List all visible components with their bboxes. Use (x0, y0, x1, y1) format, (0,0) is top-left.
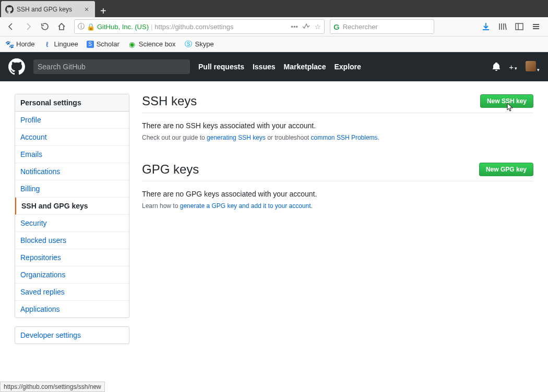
skype-icon: Ⓢ (184, 40, 193, 48)
new-tab-button[interactable]: + (95, 5, 112, 17)
menu-header: Personal settings (15, 94, 129, 112)
url-more-icon[interactable]: ••• (291, 23, 298, 31)
nav-issues[interactable]: Issues (253, 63, 276, 71)
ssh-empty-message: There are no SSH keys associated with yo… (142, 121, 533, 130)
lock-icon: 🔒 (87, 23, 95, 31)
github-search-input[interactable] (33, 59, 190, 74)
browser-tab[interactable]: SSH and GPG keys × (1, 1, 95, 17)
gpg-note: Learn how to generate a GPG key and add … (142, 202, 533, 210)
gpg-keys-section: GPG keys New GPG key There are no GPG ke… (142, 162, 533, 210)
horde-icon: 🐾 (5, 40, 14, 48)
menu-icon[interactable] (531, 22, 541, 31)
scholar-icon: S (87, 41, 94, 48)
github-header: Pull requests Issues Marketplace Explore… (0, 52, 548, 81)
browser-chrome: SSH and GPG keys × + ⓘ 🔒 GitHub, Inc. (U… (0, 0, 548, 52)
developer-settings-menu: Developer settings (15, 326, 129, 344)
ssh-keys-section: SSH keys New SSH key There are no SSH ke… (142, 94, 533, 141)
search-placeholder: Rechercher (343, 23, 378, 31)
tab-close-button[interactable]: × (82, 5, 91, 14)
notifications-icon[interactable] (492, 63, 501, 71)
page-content: Personal settings Profile Account Emails… (0, 81, 548, 379)
settings-sidebar: Personal settings Profile Account Emails… (15, 94, 129, 367)
sidebar-item-repositories[interactable]: Repositories (15, 249, 129, 266)
nav-pull-requests[interactable]: Pull requests (198, 63, 244, 71)
sidebar-item-profile[interactable]: Profile (15, 112, 129, 129)
sidebar-item-saved-replies[interactable]: Saved replies (15, 284, 129, 301)
new-gpg-key-button[interactable]: New GPG key (479, 163, 533, 176)
home-button[interactable] (54, 19, 69, 34)
github-logo[interactable] (8, 58, 25, 75)
linguee-icon: ℓ (43, 40, 51, 48)
svg-rect-0 (516, 23, 523, 30)
google-icon: G (333, 22, 340, 31)
sidebar-item-account[interactable]: Account (15, 129, 129, 146)
ssh-keys-heading: SSH keys (142, 94, 197, 108)
common-ssh-problems-link[interactable]: common SSH Problems (311, 134, 378, 141)
generating-ssh-keys-link[interactable]: generating SSH keys (207, 134, 266, 141)
ssh-note: Check out our guide to generating SSH ke… (142, 134, 533, 141)
browser-search-box[interactable]: G Rechercher (330, 19, 434, 34)
sidebar-item-notifications[interactable]: Notifications (15, 163, 129, 180)
generate-gpg-key-link[interactable]: generate a GPG key and add it to your ac… (180, 202, 311, 210)
bookmarks-bar: 🐾Horde ℓLinguee SScholar ◉Science box ⓈS… (0, 36, 548, 52)
sidebar-item-applications[interactable]: Applications (15, 301, 129, 317)
github-nav: Pull requests Issues Marketplace Explore (198, 63, 361, 71)
main-content: SSH keys New SSH key There are no SSH ke… (142, 94, 533, 367)
bookmark-horde[interactable]: 🐾Horde (5, 40, 34, 48)
github-favicon (5, 5, 14, 14)
back-button[interactable] (4, 19, 19, 34)
sidebar-item-developer-settings[interactable]: Developer settings (15, 327, 129, 344)
downloads-icon[interactable] (481, 22, 491, 31)
nav-explore[interactable]: Explore (334, 63, 361, 71)
site-identity: GitHub, Inc. (US) (97, 23, 149, 31)
sciencebox-icon: ◉ (128, 40, 136, 48)
create-new-icon[interactable]: +▾ (509, 63, 517, 71)
sidebar-item-blocked-users[interactable]: Blocked users (15, 232, 129, 249)
gpg-empty-message: There are no GPG keys associated with yo… (142, 190, 533, 198)
sidebar-item-billing[interactable]: Billing (15, 180, 129, 198)
site-info-icon[interactable]: ⓘ (78, 22, 85, 31)
bookmark-sciencebox[interactable]: ◉Science box (128, 40, 176, 48)
gpg-keys-heading: GPG keys (142, 162, 199, 177)
bookmark-linguee[interactable]: ℓLinguee (43, 40, 78, 48)
forward-button[interactable] (21, 19, 35, 34)
sidebar-item-organizations[interactable]: Organizations (15, 266, 129, 284)
avatar (526, 61, 536, 71)
sidebar-item-emails[interactable]: Emails (15, 146, 129, 163)
new-ssh-key-button[interactable]: New SSH key (480, 94, 533, 108)
reload-button[interactable] (38, 19, 52, 34)
nav-marketplace[interactable]: Marketplace (284, 63, 326, 71)
sidebar-icon[interactable] (515, 22, 524, 31)
reader-icon[interactable] (302, 23, 311, 30)
library-icon[interactable] (498, 22, 507, 31)
tab-title: SSH and GPG keys (17, 6, 79, 13)
url-bar[interactable]: ⓘ 🔒 GitHub, Inc. (US) | https://github.c… (74, 19, 325, 34)
user-menu[interactable]: ▾ (526, 61, 540, 73)
personal-settings-menu: Personal settings Profile Account Emails… (15, 94, 129, 318)
bookmark-skype[interactable]: ⓈSkype (184, 40, 214, 48)
sidebar-item-security[interactable]: Security (15, 215, 129, 232)
sidebar-item-ssh-gpg-keys[interactable]: SSH and GPG keys (15, 198, 129, 215)
nav-bar: ⓘ 🔒 GitHub, Inc. (US) | https://github.c… (0, 17, 548, 36)
bookmark-scholar[interactable]: SScholar (87, 40, 120, 48)
bookmark-star-icon[interactable]: ☆ (315, 23, 321, 31)
tab-bar: SSH and GPG keys × + (0, 0, 548, 17)
browser-status-bar: https://github.com/settings/ssh/new (0, 382, 105, 392)
url-text: https://github.com/settings (154, 23, 233, 31)
